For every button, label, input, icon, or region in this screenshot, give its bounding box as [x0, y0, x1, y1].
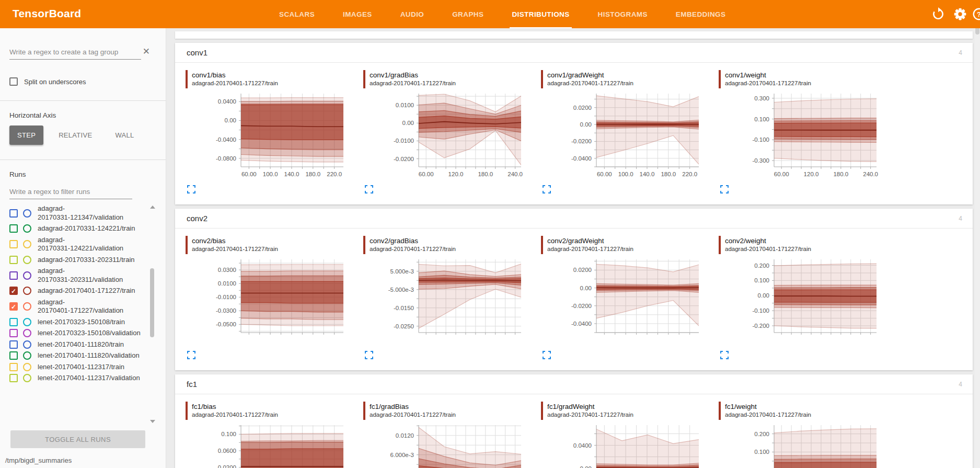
- svg-text:60.00: 60.00: [774, 171, 789, 177]
- runs-scrollbar-thumb[interactable]: [150, 268, 154, 337]
- tab-graphs[interactable]: GRAPHS: [450, 0, 486, 28]
- run-checkbox[interactable]: [9, 340, 18, 349]
- run-checkbox[interactable]: [9, 374, 18, 382]
- run-radio[interactable]: [23, 374, 31, 382]
- split-on-underscores-row[interactable]: Split on underscores: [9, 77, 156, 86]
- svg-text:180.0: 180.0: [478, 171, 493, 177]
- expand-chart-icon[interactable]: [364, 350, 374, 360]
- run-checkbox[interactable]: ✓: [9, 287, 18, 295]
- expand-chart-icon[interactable]: [720, 185, 729, 194]
- svg-text:-0.0150: -0.0150: [394, 305, 414, 311]
- run-checkbox[interactable]: [9, 209, 18, 218]
- tab-embeddings[interactable]: EMBEDDINGS: [674, 0, 728, 28]
- chart-run-subtitle: adagrad-20170401-171227/train: [192, 245, 353, 253]
- run-radio[interactable]: [23, 209, 31, 218]
- run-item[interactable]: adagrad-20170331-202311/train: [9, 256, 145, 265]
- help-icon[interactable]: ?: [972, 7, 980, 21]
- run-checkbox[interactable]: [9, 271, 18, 280]
- run-checkbox[interactable]: ✓: [9, 302, 18, 311]
- tag-regex-input[interactable]: [9, 46, 141, 60]
- run-item[interactable]: lenet-20170401-112317/validation: [9, 374, 145, 383]
- run-radio[interactable]: [23, 340, 31, 349]
- svg-text:-0.0300: -0.0300: [216, 307, 236, 314]
- run-radio[interactable]: [23, 318, 31, 326]
- run-radio[interactable]: [23, 256, 31, 264]
- run-checkbox[interactable]: [9, 351, 18, 360]
- run-item[interactable]: adagrad-20170331-124221/train: [9, 224, 145, 233]
- tab-histograms[interactable]: HISTOGRAMS: [596, 0, 650, 28]
- close-icon[interactable]: ✕: [143, 47, 150, 56]
- svg-text:-5.000e-3: -5.000e-3: [388, 287, 414, 293]
- run-radio[interactable]: [23, 363, 31, 371]
- run-radio[interactable]: [23, 271, 31, 280]
- run-radio[interactable]: [23, 287, 31, 295]
- run-radio[interactable]: [23, 240, 31, 248]
- tab-scalars[interactable]: SCALARS: [277, 0, 317, 28]
- section-header-conv2[interactable]: conv24: [175, 209, 973, 229]
- run-item[interactable]: ✓adagrad-20170401-171227/train: [9, 287, 145, 295]
- runs-filter-input[interactable]: [9, 186, 132, 199]
- settings-icon[interactable]: [953, 7, 967, 21]
- run-radio[interactable]: [23, 329, 31, 337]
- horizontal-axis-label: Horizontal Axis: [9, 111, 156, 119]
- section-header-conv1[interactable]: conv14: [175, 43, 973, 63]
- section-title: conv1: [187, 48, 207, 57]
- axis-button-wall[interactable]: WALL: [107, 125, 142, 145]
- chart-header: fc1/weightadagrad-20170401-171227/train: [719, 402, 886, 420]
- expand-chart-icon[interactable]: [187, 185, 196, 194]
- run-item[interactable]: lenet-20170323-150108/validation: [9, 329, 145, 338]
- run-radio[interactable]: [23, 351, 31, 360]
- refresh-icon[interactable]: [931, 7, 945, 21]
- run-label: lenet-20170401-111820/validation: [38, 351, 140, 360]
- svg-text:0.00: 0.00: [580, 285, 592, 291]
- expand-chart-icon[interactable]: [542, 185, 551, 194]
- run-checkbox[interactable]: [9, 318, 18, 326]
- run-item[interactable]: adagrad-20170331-202311/validation: [9, 267, 145, 284]
- run-checkbox[interactable]: [9, 240, 18, 248]
- run-checkbox[interactable]: [9, 329, 18, 337]
- run-checkbox[interactable]: [9, 256, 18, 264]
- run-checkbox[interactable]: [9, 224, 18, 233]
- axis-button-step[interactable]: STEP: [9, 125, 43, 145]
- run-item[interactable]: adagrad-20170331-124221/validation: [9, 236, 145, 253]
- scroll-up-icon[interactable]: [150, 206, 155, 209]
- runs-scrollbar[interactable]: [149, 206, 156, 423]
- svg-text:-0.0400: -0.0400: [216, 136, 236, 143]
- chart-run-subtitle: adagrad-20170401-171227/train: [725, 245, 886, 253]
- svg-text:0.00: 0.00: [758, 292, 769, 299]
- run-checkbox[interactable]: [9, 363, 18, 371]
- run-radio[interactable]: [23, 302, 31, 311]
- axis-button-relative[interactable]: RELATIVE: [51, 125, 100, 145]
- run-item[interactable]: adagrad-20170331-121347/validation: [9, 204, 145, 222]
- chart-title: fc1/gradWeight: [547, 402, 708, 411]
- run-item[interactable]: lenet-20170401-111820/validation: [9, 351, 145, 360]
- section-header-fc1[interactable]: fc14: [175, 374, 973, 394]
- tab-distributions[interactable]: DISTRIBUTIONS: [510, 0, 571, 28]
- expand-chart-icon[interactable]: [542, 350, 551, 360]
- svg-text:-0.0100: -0.0100: [216, 294, 236, 300]
- toggle-all-runs-button[interactable]: TOGGLE ALL RUNS: [10, 430, 145, 448]
- svg-text:-0.300: -0.300: [752, 157, 769, 164]
- svg-text:0.00: 0.00: [580, 121, 592, 128]
- run-radio[interactable]: [23, 224, 31, 233]
- main-scrollbar[interactable]: [975, 0, 980, 468]
- expand-chart-icon[interactable]: [187, 350, 196, 360]
- chart-header: fc1/biasadagrad-20170401-171227/train: [186, 402, 353, 420]
- expand-chart-icon[interactable]: [364, 185, 374, 194]
- svg-text:?: ?: [977, 10, 980, 18]
- tab-images[interactable]: IMAGES: [341, 0, 374, 28]
- section-title: conv2: [187, 214, 207, 223]
- divider: [0, 100, 166, 101]
- run-item[interactable]: lenet-20170401-112317/train: [9, 363, 145, 372]
- chart-run-subtitle: adagrad-20170401-171227/train: [547, 411, 708, 419]
- run-item[interactable]: lenet-20170323-150108/train: [9, 318, 145, 327]
- run-item[interactable]: lenet-20170401-111820/train: [9, 340, 145, 349]
- expand-row: [187, 185, 353, 196]
- tab-audio[interactable]: AUDIO: [398, 0, 426, 28]
- split-checkbox[interactable]: [9, 77, 18, 86]
- scroll-down-icon[interactable]: [150, 420, 155, 423]
- run-item[interactable]: ✓adagrad-20170401-171227/validation: [9, 298, 145, 315]
- svg-text:140.0: 140.0: [640, 171, 655, 177]
- expand-chart-icon[interactable]: [720, 350, 729, 360]
- run-label: adagrad-20170331-124221/train: [38, 224, 135, 233]
